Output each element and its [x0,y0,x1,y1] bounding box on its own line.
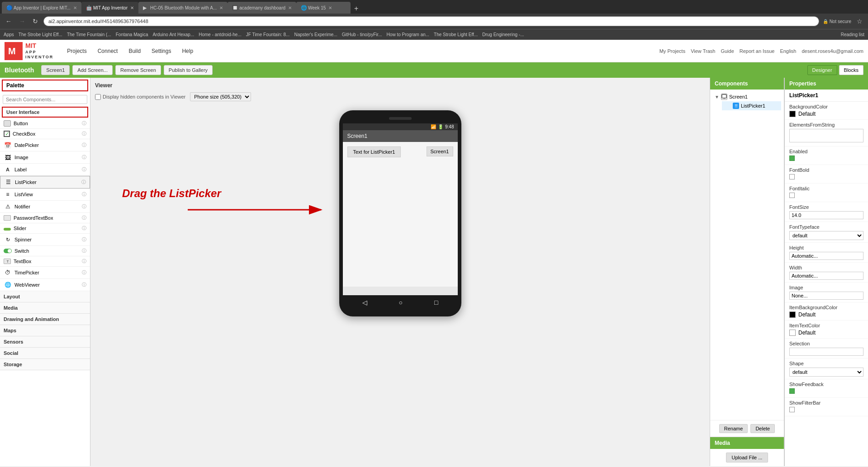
palette-item-webviewer[interactable]: 🌐 WebViewer ⓘ [0,279,90,291]
component-listpicker1[interactable]: ☰ ListPicker1 [722,101,781,110]
forward-button[interactable]: → [17,17,27,26]
spinner-info[interactable]: ⓘ [82,236,86,243]
bookmark-reading[interactable]: Reading list [841,32,864,37]
palette-item-button[interactable]: Button ⓘ [0,118,90,129]
bookmark-apps[interactable]: Apps [4,32,14,37]
bookmark-howto[interactable]: How to Program an... [387,32,429,37]
nav-build[interactable]: Build [124,46,145,56]
checkbox-info[interactable]: ⓘ [82,131,86,137]
listpicker-info[interactable]: ⓘ [81,179,86,185]
notifier-info[interactable]: ⓘ [82,203,86,210]
webviewer-info[interactable]: ⓘ [82,282,86,288]
category-drawing[interactable]: Drawing and Animation [0,314,90,325]
nav-settings[interactable]: Settings [147,46,175,56]
fontbold-checkbox[interactable] [789,174,795,179]
image-info[interactable]: ⓘ [82,154,86,160]
bookmark-fontana[interactable]: Fontana Magica [116,32,148,37]
component-screen1[interactable]: ▼ Screen1 [713,92,781,101]
blocks-button[interactable]: Blocks [839,65,863,75]
bookmark-antdroid[interactable]: Home - antdroid-he... [199,32,242,37]
rename-button[interactable]: Rename [719,424,748,433]
tab-week15[interactable]: 🌐 Week 15 ✕ [296,2,351,14]
phone-recents-button[interactable]: □ [434,299,438,306]
palette-item-listview[interactable]: ≡ ListView ⓘ [0,189,90,201]
button-info[interactable]: ⓘ [82,120,86,127]
guide-link[interactable]: Guide [721,48,734,54]
delete-button[interactable]: Delete [750,424,775,433]
listview-info[interactable]: ⓘ [82,191,86,198]
enabled-checkbox[interactable] [789,156,795,161]
tab-hc05[interactable]: ▶ HC-05 Bluetooth Module with A... ✕ [138,2,228,14]
palette-item-spinner[interactable]: ↻ Spinner ⓘ [0,234,90,246]
shape-select[interactable]: default [789,368,863,377]
label-info[interactable]: ⓘ [82,166,86,173]
bookmark-arduino[interactable]: Arduino Ant Hexap... [152,32,194,37]
tab-close-explore[interactable]: ✕ [73,5,77,10]
fonttypeface-select[interactable]: default [789,231,863,240]
back-button[interactable]: ← [4,17,14,26]
list-picker-component[interactable]: Text for ListPicker1 [347,146,401,157]
tab-close-week15[interactable]: ✕ [328,5,332,10]
tab-close-appinventor[interactable]: ✕ [130,5,134,10]
palette-item-listpicker[interactable]: ☰ ListPicker ⓘ [0,176,90,189]
display-hidden-checkbox[interactable] [95,94,101,100]
showfilterbar-checkbox[interactable] [789,407,795,412]
nav-connect[interactable]: Connect [93,46,123,56]
slider-info[interactable]: ⓘ [82,225,86,231]
tab-close-academany[interactable]: ✕ [288,5,292,10]
bookmark-strobe[interactable]: The Strobe Light Eff... [19,32,62,37]
screen1-button[interactable]: Screen1 [41,65,70,75]
passwordtextbox-info[interactable]: ⓘ [82,215,86,221]
image-input[interactable] [789,292,863,300]
width-input[interactable] [789,272,863,280]
palette-item-label[interactable]: A Label ⓘ [0,164,90,176]
palette-item-image[interactable]: 🖼 Image ⓘ [0,151,90,164]
phone-home-button[interactable]: ○ [399,299,403,306]
timepicker-info[interactable]: ⓘ [82,269,86,276]
new-tab-button[interactable]: + [351,4,362,14]
palette-item-passwordtextbox[interactable]: PasswordTextBox ⓘ [0,213,90,223]
tab-close-hc05[interactable]: ✕ [219,5,223,10]
palette-item-slider[interactable]: Slider ⓘ [0,223,90,234]
nav-projects[interactable]: Projects [62,46,91,56]
phone-size-select[interactable]: Phone size (505,320) [190,92,251,101]
refresh-button[interactable]: ↻ [31,17,40,26]
category-social[interactable]: Social [0,348,90,359]
palette-item-checkbox[interactable]: ✓ CheckBox ⓘ [0,129,90,139]
palette-item-datepicker[interactable]: 📅 DatePicker ⓘ [0,139,90,151]
category-layout[interactable]: Layout [0,291,90,302]
add-screen-button[interactable]: Add Screen... [72,65,113,75]
tab-appinventor[interactable]: 🤖 MIT App Inventor ✕ [81,2,138,14]
search-input[interactable] [3,95,87,104]
tab-explore[interactable]: 🔵 App Inventor | Explore MIT... ✕ [2,2,81,14]
palette-item-switch[interactable]: Switch ⓘ [0,246,90,256]
bookmark-napster[interactable]: Napster's Experime... [294,32,337,37]
bookmark-strobe2[interactable]: The Strobe Light Eff... [434,32,478,37]
category-media[interactable]: Media [0,302,90,314]
bookmark-github[interactable]: GitHub - tino/pyFir... [342,32,382,37]
view-trash-link[interactable]: View Trash [691,48,715,54]
fontitalic-checkbox[interactable] [789,193,795,198]
height-input[interactable] [789,252,863,260]
bookmark-drug[interactable]: Drug Engineering -... [482,32,524,37]
user-email[interactable]: desent.roses4u@gmail.com [802,48,863,54]
showfeedback-checkbox[interactable] [789,388,795,394]
textbox-info[interactable]: ⓘ [82,258,86,264]
remove-screen-button[interactable]: Remove Screen [115,65,161,75]
report-issue-link[interactable]: Report an Issue [740,48,775,54]
phone-back-button[interactable]: ◁ [362,299,367,306]
palette-item-timepicker[interactable]: ⏱ TimePicker ⓘ [0,267,90,279]
elementsfromstring-input[interactable] [789,129,863,142]
fontsize-input[interactable] [789,211,863,219]
datepicker-info[interactable]: ⓘ [82,142,86,148]
category-storage[interactable]: Storage [0,359,90,370]
tab-academany[interactable]: 🔲 academany dashboard ✕ [228,2,296,14]
designer-button[interactable]: Designer [807,65,837,75]
publish-button[interactable]: Publish to Gallery [164,65,213,75]
palette-item-textbox[interactable]: T TextBox ⓘ [0,256,90,267]
category-maps[interactable]: Maps [0,325,90,336]
switch-info[interactable]: ⓘ [82,248,86,254]
selection-input[interactable] [789,348,863,356]
palette-item-notifier[interactable]: ⚠ Notifier ⓘ [0,201,90,213]
bookmark-timefountain[interactable]: The Time Fountain (... [67,32,111,37]
